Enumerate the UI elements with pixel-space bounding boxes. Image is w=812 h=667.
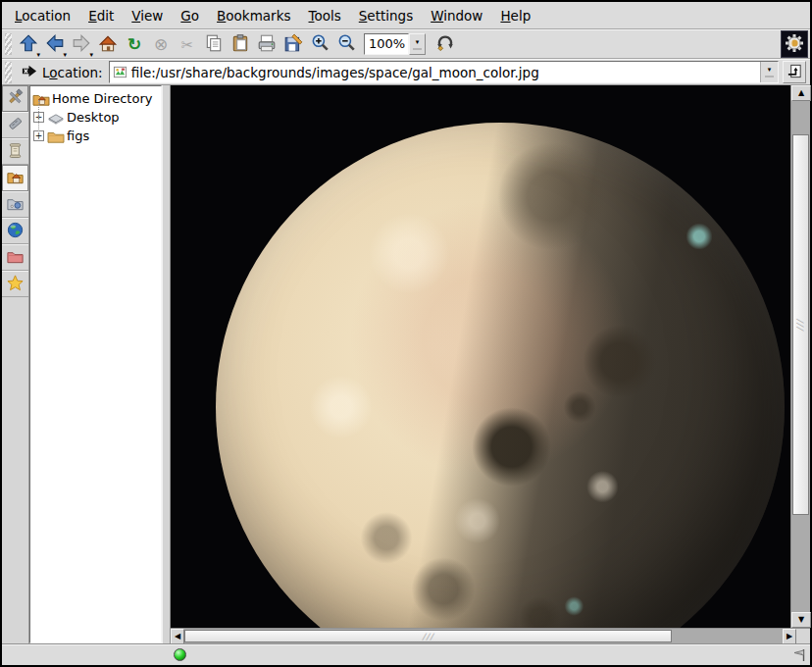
status-bar: [2, 643, 810, 665]
tree-label[interactable]: figs: [67, 128, 89, 143]
location-label: Location:: [42, 65, 103, 80]
horizontal-scroll-track[interactable]: ///: [184, 629, 783, 643]
print-icon: [257, 33, 277, 56]
dropdown-bar: [413, 48, 422, 50]
tree-row-home[interactable]: Home Directory: [32, 89, 161, 108]
toolbar-drag-handle[interactable]: [5, 33, 12, 55]
zoom-level-combobox: 100% ▾: [364, 33, 426, 55]
up-button[interactable]: ▾: [16, 31, 41, 57]
location-url-value[interactable]: file:/usr/share/backgrounds/images/space…: [131, 65, 760, 80]
menubar: Location Edit View Go Bookmarks Tools Se…: [2, 2, 810, 29]
paste-button[interactable]: [228, 31, 253, 57]
moon-image: [216, 123, 785, 628]
locbar-drag-handle[interactable]: [5, 62, 12, 83]
sidebar-tabstrip: [2, 85, 29, 643]
menu-bookmarks[interactable]: Bookmarks: [208, 4, 299, 27]
sidebar-tab-bookmarks[interactable]: [2, 271, 28, 297]
menu-help[interactable]: Help: [491, 4, 539, 27]
chevron-down-icon: ▾: [416, 39, 420, 46]
copy-icon: [204, 33, 224, 56]
scroll-up-button[interactable]: ▲: [791, 85, 811, 101]
rotate-icon: [435, 33, 455, 56]
triangle-up-icon: ▲: [798, 89, 804, 97]
zoom-in-button[interactable]: [307, 31, 332, 57]
sidebar-tab-services[interactable]: [2, 191, 28, 218]
paste-icon: [230, 33, 250, 56]
sidebar-tab-configure[interactable]: [2, 85, 28, 112]
vertical-scroll-thumb[interactable]: ///: [792, 134, 809, 515]
menu-location[interactable]: Location: [6, 4, 79, 27]
main-area: Home Directory + Desktop + figs: [2, 85, 810, 643]
cut-button: ✂: [175, 31, 200, 57]
home-folder-icon: [6, 168, 25, 189]
sidebar-tab-root-folder[interactable]: [2, 244, 28, 271]
scroll-down-button[interactable]: ▼: [791, 612, 811, 628]
sidebar-tab-network[interactable]: [2, 218, 28, 244]
menu-tools[interactable]: Tools: [300, 4, 350, 27]
menu-go[interactable]: Go: [172, 4, 208, 27]
horizontal-scroll-thumb[interactable]: ///: [184, 630, 672, 642]
view-row: ▲ /// ▼: [171, 85, 810, 628]
red-folder-icon: [6, 247, 25, 269]
zoom-out-button[interactable]: [333, 31, 359, 57]
reload-button[interactable]: ↻: [122, 31, 147, 57]
tree-label[interactable]: Home Directory: [52, 91, 152, 106]
menu-view[interactable]: View: [123, 4, 172, 27]
back-dropdown-arrow[interactable]: ▾: [63, 51, 67, 58]
statusbar-flag-icon[interactable]: [791, 647, 807, 666]
configure-tools-icon: [6, 88, 25, 110]
copy-button[interactable]: [201, 31, 227, 57]
main-toolbar: ▾ ▾ ▾ ↻ ⊗ ✂: [2, 29, 810, 59]
scrollbar-corner: [796, 628, 810, 643]
image-file-icon: [113, 65, 127, 79]
desktop-icon: [47, 110, 65, 126]
sidebar-tab-history[interactable]: [2, 138, 28, 165]
globe-icon: [6, 221, 25, 242]
star-icon: [6, 274, 25, 295]
active-view-led-indicator: [174, 648, 186, 661]
thumb-grip: ///: [422, 632, 433, 641]
back-arrow-icon: [45, 33, 65, 56]
tree-row-figs[interactable]: + figs: [32, 127, 161, 145]
triangle-down-icon: ▼: [798, 616, 804, 624]
up-arrow-icon: [19, 33, 38, 56]
zoom-level-dropdown-button[interactable]: ▾: [409, 33, 426, 55]
print-button[interactable]: [254, 31, 279, 57]
folder-icon: [47, 128, 65, 144]
forward-dropdown-arrow: ▾: [89, 51, 93, 58]
sidebar-tab-devices[interactable]: [2, 112, 28, 138]
zoom-level-value[interactable]: 100%: [364, 33, 409, 55]
panel-splitter[interactable]: [162, 85, 171, 643]
forward-button: ▾: [69, 31, 94, 57]
rotate-button[interactable]: [432, 31, 458, 57]
go-button[interactable]: [783, 61, 806, 83]
services-icon: [6, 194, 25, 216]
sidebar-tab-home-directory[interactable]: [2, 165, 28, 191]
clear-location-button[interactable]: [19, 63, 38, 82]
scroll-left-button[interactable]: ◀: [171, 629, 184, 644]
up-dropdown-arrow[interactable]: ▾: [36, 51, 40, 58]
save-button[interactable]: [280, 31, 306, 57]
menu-settings[interactable]: Settings: [350, 4, 422, 27]
stop-button: ⊗: [148, 31, 174, 57]
vertical-scroll-track[interactable]: ///: [791, 101, 810, 612]
location-toolbar: Location: file:/usr/share/backgrounds/im…: [2, 59, 810, 85]
location-dropdown-button[interactable]: ▾: [760, 62, 778, 82]
vertical-scrollbar: ▲ /// ▼: [790, 85, 810, 628]
menu-edit[interactable]: Edit: [79, 4, 123, 27]
folder-home-icon: [32, 91, 50, 107]
home-icon: [98, 33, 118, 56]
zoom-out-icon: [336, 33, 356, 56]
home-button[interactable]: [95, 31, 121, 57]
menu-window[interactable]: Window: [422, 4, 491, 27]
scroll-right-button[interactable]: ▶: [783, 629, 796, 644]
location-combobox[interactable]: file:/usr/share/backgrounds/images/space…: [109, 61, 779, 83]
triangle-right-icon: ▶: [787, 633, 792, 641]
dropdown-bar: [765, 76, 774, 77]
device-icon: [6, 115, 25, 136]
tree-label[interactable]: Desktop: [67, 110, 120, 125]
tree-row-desktop[interactable]: + Desktop: [32, 108, 161, 127]
chevron-down-icon: ▾: [768, 67, 772, 74]
back-button[interactable]: ▾: [42, 31, 68, 57]
konqueror-window: Location Edit View Go Bookmarks Tools Se…: [0, 0, 812, 667]
